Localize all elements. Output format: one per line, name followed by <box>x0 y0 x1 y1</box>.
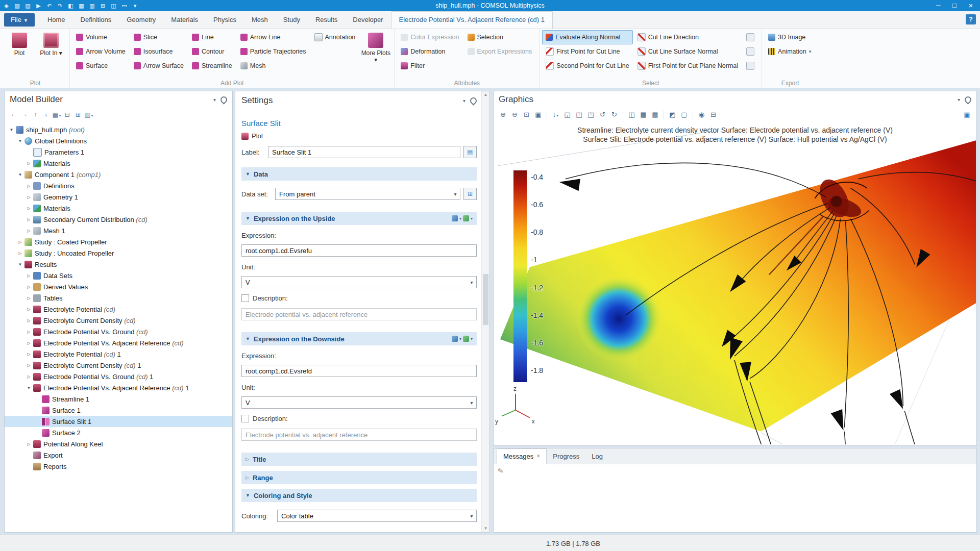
description-checkbox[interactable] <box>241 294 249 302</box>
tree-item-secondary-current-distribution[interactable]: ▷Secondary Current Distribution (cd) <box>5 214 232 225</box>
tree-item-ship-hull-mph[interactable]: ▼ship_hull.mph (root) <box>5 124 232 135</box>
scroll-down-icon[interactable]: ▼ <box>482 525 489 532</box>
plot-button[interactable]: Plot <box>241 132 477 140</box>
run-icon[interactable]: ▶ <box>33 0 44 11</box>
volume-button[interactable]: Volume <box>72 30 129 44</box>
expand-icon[interactable]: ▷ <box>25 184 33 188</box>
pin-icon[interactable] <box>469 96 478 105</box>
tree-item-materials[interactable]: ▷Materials <box>5 203 232 214</box>
tab-progress[interactable]: Progress <box>547 449 585 464</box>
tree-item-electrode-potential-vs-ground-1[interactable]: ▷Electrode Potential Vs. Ground (cd) 1 <box>5 371 232 382</box>
file-menu-button[interactable]: File▼ <box>4 13 35 27</box>
expand-icon[interactable]: ▷ <box>16 251 24 256</box>
minimize-button[interactable]: ─ <box>930 0 946 11</box>
tree-item-streamline-1[interactable]: Streamline 1 <box>5 393 232 405</box>
expand-icon[interactable]: ▷ <box>25 330 33 334</box>
copy-icon[interactable]: ▦ <box>76 0 87 11</box>
default-view-icon[interactable]: ↓▾ <box>550 111 561 118</box>
back-icon[interactable]: ← <box>9 111 19 118</box>
tree-item-materials[interactable]: ▷Materials <box>5 158 232 169</box>
tab-mesh[interactable]: Mesh <box>244 11 276 29</box>
tab-developer[interactable]: Developer <box>345 11 390 29</box>
tree-item-study-uncoated-propeller[interactable]: ▷Study : Uncoated Propeller <box>5 247 232 259</box>
tree-item-mesh-1[interactable]: ▷Mesh 1 <box>5 225 232 236</box>
rotate-ccw-icon[interactable]: ↺ <box>597 111 608 118</box>
tab-geometry[interactable]: Geometry <box>119 11 163 29</box>
tree-item-geometry-1[interactable]: ▷Geometry 1 <box>5 191 232 203</box>
close-button[interactable]: × <box>963 0 979 11</box>
undo-icon[interactable]: ↶ <box>44 0 55 11</box>
comsol-logo-icon[interactable]: ◈ <box>1 0 12 11</box>
expand-icon[interactable]: ▷ <box>25 217 33 222</box>
chevron-down-icon[interactable]: ▾ <box>463 98 465 104</box>
chevron-down-icon[interactable]: ▾ <box>958 97 960 103</box>
dataset-combo[interactable]: From parent▾ <box>275 188 460 200</box>
window-icon[interactable]: ⊞ <box>97 0 108 11</box>
expand-icon[interactable]: ▷ <box>25 442 33 446</box>
selection-button[interactable]: Selection <box>464 30 536 44</box>
expand-icon[interactable]: ▷ <box>25 352 33 357</box>
tab-home[interactable]: Home <box>40 11 73 29</box>
tree-item-global-definitions[interactable]: ▼Global Definitions <box>5 135 232 146</box>
projection-icon[interactable]: ◫ <box>626 111 637 118</box>
animation-button[interactable]: Animation▾ <box>765 44 815 59</box>
evaluate-along-normal-button[interactable]: Evaluate Along Normal <box>542 30 632 44</box>
isosurface-button[interactable]: Isosurface <box>130 44 187 59</box>
detach-window-icon[interactable]: ▣ <box>962 111 972 118</box>
replace-expression-icon[interactable] <box>452 215 458 221</box>
section-header-data[interactable]: ▼ Data <box>241 167 477 181</box>
tab-materials[interactable]: Materials <box>163 11 206 29</box>
section-header-coloring[interactable]: ▼ Coloring and Style <box>241 489 477 502</box>
cut-icon[interactable]: ◧ <box>65 0 76 11</box>
particle-trajectories-button[interactable]: Particle Trajectories <box>237 44 310 59</box>
tree-item-reports[interactable]: Reports <box>5 461 232 472</box>
section-header-title[interactable]: ▷ Title <box>241 453 477 466</box>
tab-physics[interactable]: Physics <box>206 11 244 29</box>
desktop-layout-icon[interactable]: ▭ <box>119 0 130 11</box>
arrow-volume-button[interactable]: Arrow Volume <box>72 44 129 59</box>
expand-icon[interactable]: ▷ <box>25 285 33 289</box>
tree-item-electrode-potential-vs-adjacent-reference[interactable]: ▷Electrode Potential Vs. Adjacent Refere… <box>5 337 232 348</box>
plot-in-button[interactable]: Plot In ▾ <box>35 30 67 58</box>
chevron-down-icon[interactable]: ▾ <box>459 337 461 341</box>
zoom-out-icon[interactable]: ⊖ <box>509 111 520 118</box>
cut-line-direction-button[interactable]: Cut Line Direction <box>634 30 742 44</box>
tab-results[interactable]: Results <box>308 11 345 29</box>
tree-item-study-coated-propeller[interactable]: ▷Study : Coated Propeller <box>5 236 232 247</box>
streamline-button[interactable]: Streamline <box>188 59 236 73</box>
tree-item-results[interactable]: ▼Results <box>5 259 232 270</box>
upside-expression-input[interactable]: root.comp1.cd.Evsrefu <box>241 244 477 257</box>
arrow-surface-button[interactable]: Arrow Surface <box>130 59 187 73</box>
help-button[interactable]: ? <box>966 14 976 24</box>
first-point-for-cut-line-button[interactable]: First Point for Cut Line <box>542 44 632 59</box>
surface-normal-button[interactable] <box>743 44 758 59</box>
move-down-icon[interactable]: ↓ <box>41 111 51 118</box>
tree-item-component-1[interactable]: ▼Component 1 (comp1) <box>5 169 232 180</box>
tree-item-potential-along-keel[interactable]: ▷Potential Along Keel <box>5 438 232 449</box>
scroll-up-icon[interactable]: ▲ <box>482 91 489 98</box>
filter-button[interactable]: Filter <box>397 59 462 73</box>
downside-description-input[interactable]: Electrode potential vs. adjacent referen… <box>241 429 477 441</box>
tab-electrode-potential-vs-adjacent-reference-cd-1[interactable]: Electrode Potential Vs. Adjacent Referen… <box>391 11 553 29</box>
paste-icon[interactable]: ▥ <box>87 0 97 11</box>
annotation-button[interactable]: Annotation <box>311 30 359 44</box>
edit-dataset-button[interactable]: ⊞ <box>463 188 477 200</box>
open-icon[interactable]: ▨ <box>12 0 22 11</box>
expand-icon[interactable]: ▷ <box>25 341 33 345</box>
tab-study[interactable]: Study <box>276 11 308 29</box>
zoom-in-icon[interactable]: ⊕ <box>498 111 508 118</box>
expand-icon[interactable]: ▷ <box>25 296 33 300</box>
redo-icon[interactable]: ↷ <box>55 0 65 11</box>
insert-expression-icon[interactable] <box>463 215 469 221</box>
expand-icon[interactable]: ▷ <box>16 240 24 244</box>
plot-button[interactable]: Plot <box>4 30 35 58</box>
tile-windows-icon[interactable]: ◫ <box>108 0 119 11</box>
show-options-icon[interactable]: ▦▾ <box>52 111 62 118</box>
slice-button[interactable]: Slice <box>130 30 187 44</box>
more-plots-button[interactable]: More Plots ▾ <box>360 30 391 64</box>
chevron-down-icon[interactable]: ▾ <box>213 97 216 103</box>
deformation-button[interactable]: Deformation <box>397 44 462 59</box>
collapse-icon[interactable]: ▼ <box>16 262 24 267</box>
mesh-button[interactable]: Mesh <box>237 59 310 73</box>
section-header-downside[interactable]: ▼ Expression on the Downside ▾ ▾ <box>241 332 477 345</box>
